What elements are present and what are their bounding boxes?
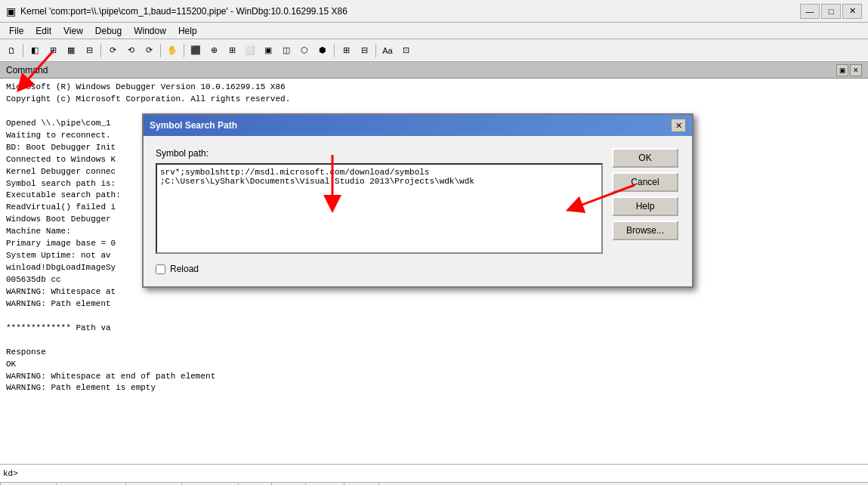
- window-label-text: Command: [6, 65, 48, 76]
- toolbar-btn8[interactable]: ⟳: [141, 42, 157, 59]
- menu-item-help[interactable]: Help: [172, 24, 203, 38]
- symbol-path-input[interactable]: [156, 163, 603, 254]
- toolbar-btn3[interactable]: ⊞: [45, 42, 61, 59]
- toolbar-new[interactable]: 🗋: [3, 42, 20, 59]
- window-label-icons: ▣ ✕: [836, 64, 862, 76]
- toolbar-btn11[interactable]: ⊕: [205, 42, 222, 59]
- cancel-button[interactable]: Cancel: [612, 172, 678, 192]
- symbol-search-path-dialog[interactable]: Symbol Search Path ✕ Symbol path: Reload…: [142, 113, 693, 288]
- toolbar-btn20[interactable]: Aa: [379, 42, 396, 59]
- toolbar-btn6[interactable]: ⟳: [104, 42, 121, 59]
- toolbar-btn13[interactable]: ⬜: [242, 42, 258, 59]
- toolbar-btn21[interactable]: ⊡: [397, 42, 414, 59]
- toolbar-btn9[interactable]: ✋: [164, 42, 181, 59]
- toolbar: 🗋 ◧ ⊞ ▦ ⊟ ⟳ ⟲ ⟳ ✋ ⬛ ⊕ ⊞ ⬜ ▣ ◫ ⬡ ⬢ ⊞ ⊟ Aa…: [0, 39, 868, 62]
- dialog-title-bar: Symbol Search Path ✕: [144, 115, 692, 136]
- toolbar-btn5[interactable]: ⊟: [81, 42, 97, 59]
- ok-button[interactable]: OK: [612, 148, 678, 168]
- symbol-path-label: Symbol path:: [156, 148, 603, 159]
- toolbar-btn17[interactable]: ⬢: [314, 42, 331, 59]
- menu-item-file[interactable]: File: [3, 24, 29, 38]
- dialog-buttons-panel: OK Cancel Help Browse...: [612, 148, 680, 274]
- toolbar-btn19[interactable]: ⊟: [356, 42, 372, 59]
- title-bar: ▣ Kernel 'com:port=\\.\pipe\com_1,baud=1…: [0, 0, 868, 23]
- window-title: Kernel 'com:port=\\.\pipe\com_1,baud=115…: [20, 6, 348, 17]
- status-bar: Ln 0, Col 0Sys 0:KdSrv:SProc 000:0Thrd 0…: [0, 482, 868, 485]
- dialog-body: Symbol path: Reload OK Cancel Help Brows…: [144, 136, 692, 286]
- dialog-close-button[interactable]: ✕: [671, 119, 686, 132]
- menu-bar: FileEditViewDebugWindowHelp: [0, 23, 868, 39]
- toolbar-btn2[interactable]: ◧: [26, 42, 43, 59]
- toolbar-btn4[interactable]: ▦: [63, 42, 79, 59]
- browse-button[interactable]: Browse...: [612, 221, 678, 240]
- title-bar-left: ▣ Kernel 'com:port=\\.\pipe\com_1,baud=1…: [6, 5, 348, 17]
- close-button[interactable]: ✕: [842, 4, 862, 19]
- reload-checkbox[interactable]: [156, 264, 165, 274]
- window-pin-button[interactable]: ▣: [836, 64, 848, 76]
- command-input[interactable]: [21, 469, 865, 478]
- menu-item-view[interactable]: View: [57, 24, 89, 38]
- menu-item-window[interactable]: Window: [128, 24, 172, 38]
- toolbar-btn16[interactable]: ⬡: [296, 42, 313, 59]
- minimize-button[interactable]: —: [800, 4, 820, 19]
- window-label-bar: Command ▣ ✕: [0, 62, 868, 79]
- menu-item-edit[interactable]: Edit: [29, 24, 57, 38]
- dialog-left-panel: Symbol path: Reload: [156, 148, 603, 274]
- reload-checkbox-row: Reload: [156, 264, 603, 274]
- toolbar-btn10[interactable]: ⬛: [187, 42, 204, 59]
- toolbar-btn18[interactable]: ⊞: [338, 42, 354, 59]
- title-controls: — □ ✕: [800, 4, 862, 19]
- cmd-prompt: kd>: [3, 469, 18, 478]
- window-close-label-button[interactable]: ✕: [850, 64, 862, 76]
- toolbar-btn14[interactable]: ▣: [260, 42, 276, 59]
- toolbar-btn7[interactable]: ⟲: [122, 42, 139, 59]
- command-area: kd>: [0, 464, 868, 482]
- menu-item-debug[interactable]: Debug: [89, 24, 128, 38]
- toolbar-btn12[interactable]: ⊞: [224, 42, 240, 59]
- dialog-title-text: Symbol Search Path: [150, 120, 237, 131]
- help-button[interactable]: Help: [612, 196, 678, 216]
- toolbar-btn15[interactable]: ◫: [278, 42, 295, 59]
- maximize-button[interactable]: □: [821, 4, 841, 19]
- app-icon: ▣: [6, 5, 16, 17]
- reload-label: Reload: [170, 264, 199, 274]
